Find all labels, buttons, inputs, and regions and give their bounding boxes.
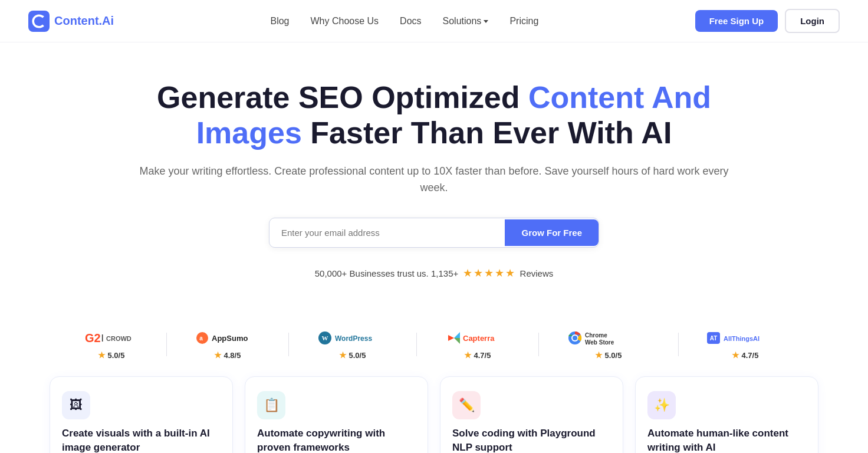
capterra-rating-value: 4.7/5 — [474, 351, 491, 360]
chrome-logo-svg: Chrome Web Store — [567, 329, 650, 347]
hero-title-before: Generate SEO Optimized — [157, 80, 528, 114]
coding-icon: ✏️ — [459, 398, 475, 413]
nav-pricing[interactable]: Pricing — [509, 16, 538, 26]
partner-chrome: Chrome Web Store ★ 5.0/5 — [567, 329, 650, 360]
wordpress-logo-svg: W WordPress — [317, 329, 388, 347]
chrome-logo: Chrome Web Store — [567, 329, 650, 347]
capterra-logo-svg: Capterra — [445, 329, 510, 347]
chevron-down-icon — [484, 20, 488, 23]
hero-subtitle: Make your writing effortless. Create pro… — [138, 163, 730, 197]
chrome-rating-value: 5.0/5 — [605, 351, 622, 360]
copywriting-icon: 📋 — [264, 398, 280, 413]
card-title-copywriting: Automate copywriting with proven framewo… — [257, 426, 416, 453]
appsumo-star: ★ — [214, 350, 222, 360]
hero-title-after: Faster Than Ever With AI — [302, 116, 672, 150]
writing-ai-icon-wrap: ✨ — [647, 391, 676, 419]
allthings-logo-svg: AT AllThingsAI — [707, 329, 784, 347]
card-content-copywriting: 📋 Automate copywriting with proven frame… — [245, 377, 428, 453]
svg-rect-0 — [28, 11, 50, 32]
email-input-wrapper: Grow For Free — [269, 218, 599, 248]
partner-divider-2 — [288, 333, 289, 356]
email-input[interactable] — [269, 218, 505, 247]
image-gen-icon-wrap: 🖼 — [62, 391, 90, 419]
wordpress-rating: ★ 5.0/5 — [339, 350, 366, 360]
g2-logo-svg: G2 | CROWD — [85, 329, 138, 347]
feature-card-copywriting: 📋 Automate copywriting with proven frame… — [245, 376, 428, 453]
nav-actions: Free Sign Up Login — [695, 9, 840, 33]
svg-text:W: W — [321, 334, 328, 342]
allthings-rating: ★ 4.7/5 — [732, 350, 759, 360]
brand-logo-icon — [28, 11, 50, 32]
card-content-image-gen: 🖼 Create visuals with a built-in AI imag… — [50, 377, 232, 453]
nav-blog[interactable]: Blog — [270, 16, 289, 26]
g2-star: ★ — [98, 350, 106, 360]
brand-name: Content.Ai — [54, 14, 114, 28]
svg-text:Web Store: Web Store — [585, 339, 614, 346]
partner-appsumo: a AppSumo ★ 4.8/5 — [195, 329, 260, 360]
partner-divider-3 — [416, 333, 417, 356]
g2-rating: ★ 5.0/5 — [98, 350, 125, 360]
partners-row: G2 | CROWD ★ 5.0/5 a AppSumo ★ 4.8/5 — [0, 322, 868, 376]
navbar: Content.Ai Blog Why Choose Us Docs Solut… — [0, 0, 868, 42]
card-title-writing-ai: Automate human-like content writing with… — [647, 426, 806, 453]
svg-text:AT: AT — [709, 335, 717, 342]
svg-text:AppSumo: AppSumo — [212, 334, 248, 343]
brand-logo[interactable]: Content.Ai — [28, 11, 114, 32]
hero-email-form: Grow For Free — [138, 218, 730, 248]
reviews-strip: 50,000+ Businesses trust us. 1,135+ ★ ★ … — [138, 267, 730, 280]
nav-links: Blog Why Choose Us Docs Solutions Pricin… — [270, 16, 538, 27]
star-3: ★ — [484, 267, 494, 280]
nav-solutions-label[interactable]: Solutions — [443, 16, 482, 27]
partner-capterra: Capterra ★ 4.7/5 — [445, 329, 510, 360]
nav-solutions-dropdown[interactable]: Solutions — [443, 16, 489, 27]
svg-text:WordPress: WordPress — [335, 334, 372, 343]
review-stars: ★ ★ ★ ★ ★ — [463, 267, 515, 280]
chrome-rating: ★ 5.0/5 — [595, 350, 622, 360]
feature-card-image-gen: 🖼 Create visuals with a built-in AI imag… — [50, 376, 233, 453]
allthings-logo: AT AllThingsAI — [707, 329, 784, 347]
appsumo-logo-svg: a AppSumo — [195, 329, 260, 347]
image-gen-icon: 🖼 — [70, 398, 83, 413]
allthings-rating-value: 4.7/5 — [742, 351, 759, 360]
capterra-rating: ★ 4.7/5 — [464, 350, 491, 360]
chrome-star: ★ — [595, 350, 603, 360]
writing-ai-icon: ✨ — [654, 398, 670, 413]
appsumo-rating: ★ 4.8/5 — [214, 350, 241, 360]
nav-docs[interactable]: Docs — [400, 16, 421, 26]
appsumo-rating-value: 4.8/5 — [224, 351, 241, 360]
svg-text:Chrome: Chrome — [585, 332, 607, 339]
wordpress-star: ★ — [339, 350, 347, 360]
partner-divider-5 — [678, 333, 679, 356]
nav-why-choose-us[interactable]: Why Choose Us — [311, 16, 379, 26]
svg-text:CROWD: CROWD — [106, 335, 131, 342]
partner-divider-4 — [538, 333, 539, 356]
star-1: ★ — [463, 267, 472, 280]
coding-icon-wrap: ✏️ — [452, 391, 481, 419]
g2-rating-value: 5.0/5 — [108, 351, 125, 360]
feature-cards: 🖼 Create visuals with a built-in AI imag… — [21, 376, 847, 453]
signup-button[interactable]: Free Sign Up — [695, 10, 778, 32]
partner-divider-1 — [166, 333, 167, 356]
wordpress-logo: W WordPress — [317, 329, 388, 347]
wordpress-rating-value: 5.0/5 — [349, 351, 366, 360]
svg-point-13 — [573, 336, 577, 340]
svg-text:Capterra: Capterra — [463, 334, 495, 343]
grow-for-free-button[interactable]: Grow For Free — [505, 219, 599, 246]
feature-card-writing-ai: ✨ Automate human-like content writing wi… — [635, 376, 818, 453]
appsumo-logo: a AppSumo — [195, 329, 260, 347]
reviews-text-after: Reviews — [520, 268, 554, 278]
g2-logo: G2 | CROWD — [85, 329, 138, 347]
svg-text:G2: G2 — [85, 331, 101, 344]
card-content-writing-ai: ✨ Automate human-like content writing wi… — [636, 377, 818, 453]
star-2: ★ — [474, 267, 483, 280]
feature-card-coding: ✏️ Solve coding with Playground NLP supp… — [440, 376, 623, 453]
copywriting-icon-wrap: 📋 — [257, 391, 285, 419]
hero-section: Generate SEO Optimized Content And Image… — [110, 42, 758, 322]
capterra-logo: Capterra — [445, 329, 510, 347]
card-title-coding: Solve coding with Playground NLP support — [452, 426, 611, 453]
card-title-image-gen: Create visuals with a built-in AI image … — [62, 426, 221, 453]
hero-title: Generate SEO Optimized Content And Image… — [138, 80, 730, 151]
login-button[interactable]: Login — [785, 9, 840, 33]
partner-wordpress: W WordPress ★ 5.0/5 — [317, 329, 388, 360]
svg-text:AllThingsAI: AllThingsAI — [724, 335, 760, 342]
